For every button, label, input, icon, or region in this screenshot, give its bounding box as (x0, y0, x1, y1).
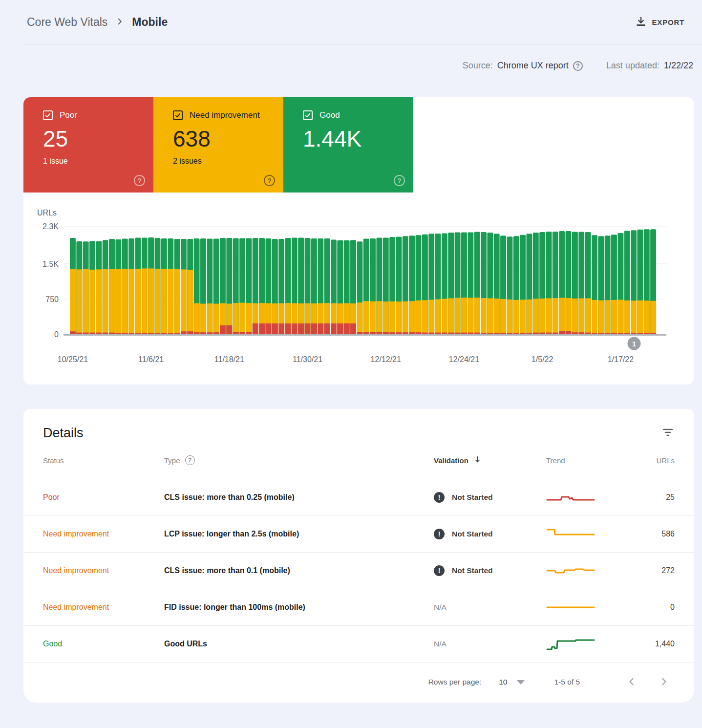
need-improvement-checkbox-checked-icon[interactable] (173, 110, 183, 120)
help-icon[interactable]: ? (573, 61, 583, 71)
urls-count: 25 (619, 493, 675, 502)
previous-page-button[interactable] (626, 676, 638, 689)
need-improvement-card[interactable]: Need improvement 638 2 issues ? (153, 97, 283, 193)
table-row[interactable]: Good Good URLs N/A 1,440 (23, 625, 694, 662)
good-card[interactable]: Good 1.44K ? (283, 97, 413, 193)
next-page-button[interactable] (658, 676, 670, 689)
table-row[interactable]: Poor CLS issue: more than 0.25 (mobile) … (23, 479, 694, 515)
trend-sparkline (546, 600, 619, 615)
breadcrumb: Core Web Vitals Mobile (27, 16, 168, 29)
column-header-urls: URLs (619, 456, 675, 465)
status-cards: Poor 25 1 issue ? Need improvement 638 2… (23, 97, 694, 193)
table-row[interactable]: Need improvement LCP issue: longer than … (23, 515, 694, 552)
annotation-marker-1[interactable]: 1 (628, 337, 641, 350)
urls-stacked-bar-chart[interactable]: URLs 7501.5K2.3K010/25/2111/6/2111/18/21… (23, 193, 694, 372)
details-title: Details (43, 426, 84, 441)
column-header-validation-sort[interactable]: Validation (434, 455, 546, 465)
trend-sparkline (546, 490, 619, 505)
poor-card[interactable]: Poor 25 1 issue ? (23, 97, 153, 193)
good-card-label: Good (319, 110, 340, 120)
exclamation-icon: ! (434, 492, 445, 503)
column-header-status: Status (43, 456, 164, 465)
arrow-down-icon (473, 455, 482, 465)
svg-text:1/5/22: 1/5/22 (532, 355, 553, 364)
report-meta: Source: Chrome UX report ? Last updated:… (0, 44, 702, 71)
last-updated-label: Last updated: (606, 61, 659, 71)
need-improvement-card-issues: 2 issues (173, 157, 283, 166)
issue-type-link[interactable]: Good URLs (164, 640, 434, 648)
svg-text:12/12/21: 12/12/21 (371, 355, 401, 364)
trend-sparkline (546, 526, 619, 542)
rows-per-page-select[interactable]: 10 (499, 678, 507, 686)
poor-checkbox-checked-icon[interactable] (43, 110, 53, 120)
svg-text:1/17/22: 1/17/22 (608, 355, 634, 364)
validation-status: ! Not Started (434, 492, 546, 503)
table-pagination: Rows per page: 10 1-5 of 5 (23, 663, 694, 702)
chevron-right-icon (115, 16, 124, 29)
svg-text:12/24/21: 12/24/21 (449, 355, 479, 364)
poor-card-value: 25 (43, 128, 153, 150)
status-badge: Need improvement (43, 530, 164, 538)
svg-text:2.3K: 2.3K (43, 222, 59, 231)
help-icon[interactable]: ? (394, 175, 405, 186)
svg-text:1.5K: 1.5K (43, 260, 59, 268)
trend-sparkline (546, 636, 619, 652)
status-badge: Need improvement (43, 603, 164, 612)
validation-status: N/A (434, 640, 546, 648)
last-updated-value: 1/22/22 (664, 61, 693, 71)
details-panel: Details Status Type ? Validation Trend U… (23, 409, 694, 703)
help-icon[interactable]: ? (264, 175, 275, 186)
validation-status: N/A (434, 603, 546, 612)
status-badge: Need improvement (43, 566, 164, 575)
chart-panel: Poor 25 1 issue ? Need improvement 638 2… (23, 97, 694, 385)
svg-text:750: 750 (45, 295, 59, 303)
issue-type-link[interactable]: LCP issue: longer than 2.5s (mobile) (164, 530, 434, 538)
svg-text:10/25/21: 10/25/21 (58, 355, 88, 364)
svg-text:11/30/21: 11/30/21 (293, 355, 322, 364)
issue-type-link[interactable]: CLS issue: more than 0.25 (mobile) (164, 493, 434, 502)
column-header-type: Type (164, 456, 180, 465)
source-value: Chrome UX report (497, 61, 569, 71)
urls-count: 0 (619, 603, 675, 612)
svg-text:11/6/21: 11/6/21 (138, 355, 164, 364)
breadcrumb-root-link[interactable]: Core Web Vitals (27, 16, 107, 29)
poor-card-issues: 1 issue (43, 157, 153, 166)
urls-count: 1,440 (619, 640, 675, 648)
exclamation-icon: ! (434, 565, 445, 576)
help-icon[interactable]: ? (185, 455, 195, 465)
chart-y-axis-title: URLs (37, 209, 57, 217)
issue-type-link[interactable]: CLS issue: more than 0.1 (mobile) (164, 566, 434, 575)
filter-table-button[interactable] (660, 425, 676, 442)
validation-status: ! Not Started (434, 529, 546, 539)
svg-text:11/18/21: 11/18/21 (214, 355, 244, 364)
table-header-row: Status Type ? Validation Trend URLs (23, 442, 694, 479)
table-row[interactable]: Need improvement FID issue: longer than … (23, 589, 694, 625)
poor-card-label: Poor (60, 110, 77, 120)
need-improvement-card-value: 638 (173, 128, 283, 150)
status-badge: Good (43, 640, 164, 648)
exclamation-icon: ! (434, 529, 445, 539)
export-label: EXPORT (652, 18, 684, 26)
svg-text:0: 0 (54, 330, 59, 339)
table-row[interactable]: Need improvement CLS issue: more than 0.… (23, 552, 694, 589)
rows-per-page-label: Rows per page: (428, 678, 482, 686)
page-title: Mobile (132, 16, 168, 29)
issue-type-link[interactable]: FID issue: longer than 100ms (mobile) (164, 603, 434, 612)
column-header-trend: Trend (546, 456, 619, 465)
status-badge: Poor (43, 493, 164, 502)
need-improvement-card-label: Need improvement (190, 110, 260, 120)
pagination-range: 1-5 of 5 (554, 678, 580, 686)
filter-list-icon (662, 432, 674, 440)
export-button[interactable]: EXPORT (633, 16, 687, 29)
good-checkbox-checked-icon[interactable] (303, 110, 313, 120)
svg-text:1: 1 (632, 340, 636, 348)
good-card-value: 1.44K (303, 128, 413, 150)
dropdown-caret-icon[interactable] (517, 680, 525, 685)
help-icon[interactable]: ? (134, 175, 145, 186)
top-bar: Core Web Vitals Mobile EXPORT (0, 0, 702, 44)
download-icon (636, 16, 646, 28)
source-label: Source: (463, 61, 493, 71)
table-body: Poor CLS issue: more than 0.25 (mobile) … (23, 479, 694, 663)
urls-count: 586 (619, 530, 675, 538)
trend-sparkline (546, 563, 619, 578)
